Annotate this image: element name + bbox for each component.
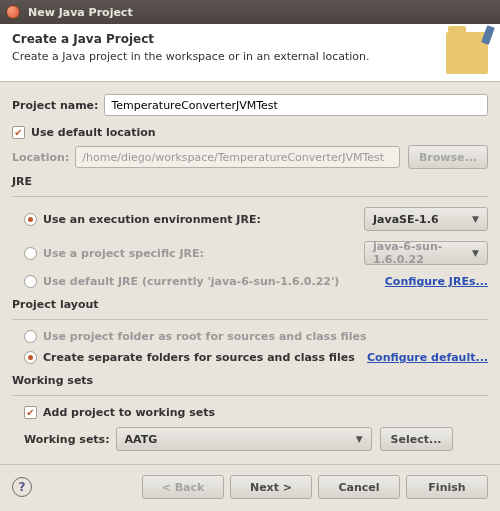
project-name-row: Project name: [12,94,488,116]
wizard-icon [446,32,488,74]
workingsets-label: Working sets: [24,433,110,446]
layout-root-row[interactable]: Use project folder as root for sources a… [24,330,488,343]
use-default-location-row[interactable]: Use default location [12,126,488,139]
banner: Create a Java Project Create a Java proj… [0,24,500,82]
titlebar: New Java Project [0,0,500,24]
location-label: Location: [12,151,69,164]
jre-exec-env-combo[interactable]: JavaSE-1.6 ▼ [364,207,488,231]
configure-jres-link[interactable]: Configure JREs... [385,275,488,288]
use-default-location-label: Use default location [31,126,156,139]
chevron-down-icon: ▼ [472,214,479,224]
jre-group-title: JRE [12,175,488,188]
select-workingsets-button[interactable]: Select... [380,427,453,451]
workingsets-combo[interactable]: AATG ▼ [116,427,372,451]
divider [12,196,488,197]
layout-group-title: Project layout [12,298,488,311]
next-button[interactable]: Next > [230,475,312,499]
jre-exec-env-label: Use an execution environment JRE: [43,213,364,226]
workingsets-select-row: Working sets: AATG ▼ Select... [24,427,488,451]
add-workingsets-label: Add project to working sets [43,406,215,419]
close-icon[interactable] [6,5,20,19]
workingsets-group-title: Working sets [12,374,488,387]
content: Project name: Use default location Locat… [0,82,500,467]
jre-exec-env-value: JavaSE-1.6 [373,213,439,226]
project-name-input[interactable] [104,94,488,116]
project-name-label: Project name: [12,99,98,112]
layout-root-radio[interactable] [24,330,37,343]
help-icon[interactable]: ? [12,477,32,497]
divider [12,319,488,320]
add-workingsets-checkbox[interactable] [24,406,37,419]
configure-default-link[interactable]: Configure default... [367,351,488,364]
jre-default-row[interactable]: Use default JRE (currently 'java-6-sun-1… [24,275,488,288]
jre-project-specific-combo: java-6-sun-1.6.0.22 ▼ [364,241,488,265]
layout-separate-radio[interactable] [24,351,37,364]
browse-button: Browse... [408,145,488,169]
jre-group: Use an execution environment JRE: JavaSE… [12,207,488,288]
banner-sub: Create a Java project in the workspace o… [12,50,446,63]
location-row: Location: Browse... [12,145,488,169]
workingsets-value: AATG [125,433,158,446]
cancel-button[interactable]: Cancel [318,475,400,499]
layout-separate-label: Create separate folders for sources and … [43,351,367,364]
layout-root-label: Use project folder as root for sources a… [43,330,366,343]
jre-project-specific-value: java-6-sun-1.6.0.22 [373,240,472,266]
finish-button[interactable]: Finish [406,475,488,499]
location-input [75,146,400,168]
layout-separate-row[interactable]: Create separate folders for sources and … [24,351,488,364]
window-title: New Java Project [28,6,133,19]
jre-project-specific-radio[interactable] [24,247,37,260]
footer: ? < Back Next > Cancel Finish [0,464,500,511]
jre-exec-env-row[interactable]: Use an execution environment JRE: JavaSE… [24,207,488,231]
divider [12,395,488,396]
banner-heading: Create a Java Project [12,32,446,46]
back-button: < Back [142,475,224,499]
jre-project-specific-label: Use a project specific JRE: [43,247,364,260]
workingsets-add-row[interactable]: Add project to working sets [24,406,488,419]
workingsets-group: Add project to working sets Working sets… [12,406,488,451]
jre-default-label: Use default JRE (currently 'java-6-sun-1… [43,275,385,288]
jre-default-radio[interactable] [24,275,37,288]
use-default-location-checkbox[interactable] [12,126,25,139]
jre-exec-env-radio[interactable] [24,213,37,226]
chevron-down-icon: ▼ [356,434,363,444]
banner-text: Create a Java Project Create a Java proj… [12,32,446,75]
layout-group: Use project folder as root for sources a… [12,330,488,364]
jre-project-specific-row[interactable]: Use a project specific JRE: java-6-sun-1… [24,241,488,265]
chevron-down-icon: ▼ [472,248,479,258]
